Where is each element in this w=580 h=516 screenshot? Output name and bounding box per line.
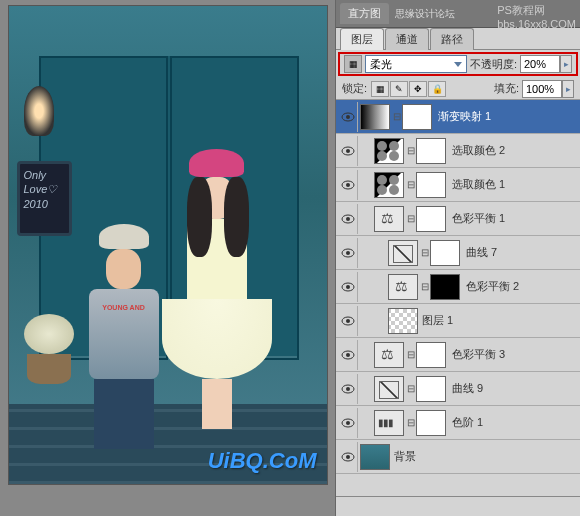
panel-footer	[336, 496, 580, 516]
svg-point-1	[346, 115, 350, 119]
layer-thumbnail[interactable]	[388, 308, 418, 334]
link-icon: ⊟	[406, 383, 416, 394]
visibility-eye-icon[interactable]	[338, 272, 358, 302]
blend-mode-select[interactable]: 柔光	[365, 55, 467, 73]
lock-all-icon[interactable]: 🔒	[428, 81, 446, 97]
chalkboard: Only Love♡ 2010	[17, 161, 72, 236]
svg-point-9	[346, 251, 350, 255]
visibility-eye-icon[interactable]	[338, 340, 358, 370]
layer-thumbnail[interactable]	[374, 410, 404, 436]
tab-channels[interactable]: 通道	[385, 28, 429, 50]
fill-slider-toggle[interactable]: ▸	[562, 80, 574, 98]
link-icon: ⊟	[392, 111, 402, 122]
fill-input[interactable]: 100%	[522, 80, 562, 98]
svg-point-21	[346, 455, 350, 459]
layer-row[interactable]: ⊟选取颜色 2	[336, 134, 580, 168]
thumbnail-toggle-icon[interactable]: ▦	[344, 55, 362, 73]
photo-preview: Only Love♡ 2010 UiBQ.CoM	[8, 5, 328, 485]
link-icon: ⊟	[420, 247, 430, 258]
layer-row[interactable]: 背景	[336, 440, 580, 474]
svg-point-13	[346, 319, 350, 323]
svg-point-7	[346, 217, 350, 221]
layer-mask-thumbnail[interactable]	[430, 240, 460, 266]
fill-value: 100%	[526, 83, 554, 95]
layer-thumbnail[interactable]	[388, 240, 418, 266]
layer-mask-thumbnail[interactable]	[416, 342, 446, 368]
fill-label: 填充:	[494, 81, 519, 96]
visibility-eye-icon[interactable]	[338, 374, 358, 404]
badge-url: PS教程网bbs.16xx8.COM	[497, 3, 576, 30]
link-icon: ⊟	[406, 417, 416, 428]
layer-thumbnail[interactable]	[374, 376, 404, 402]
blend-mode-row: ▦ 柔光 不透明度: 20% ▸	[338, 52, 578, 76]
opacity-label: 不透明度:	[470, 57, 517, 72]
layer-row[interactable]: 图层 1	[336, 304, 580, 338]
layer-name-label: 图层 1	[422, 313, 453, 328]
panel-header: 直方图 思缘设计论坛 PS教程网bbs.16xx8.COM	[336, 0, 580, 28]
layer-mask-thumbnail[interactable]	[416, 410, 446, 436]
woman-figure	[167, 149, 267, 429]
basket	[27, 354, 71, 384]
layer-row[interactable]: ⊟选取颜色 1	[336, 168, 580, 202]
link-icon: ⊟	[406, 213, 416, 224]
lock-row: 锁定: ▦ ✎ ✥ 🔒 填充: 100% ▸	[336, 78, 580, 100]
layer-mask-thumbnail[interactable]	[402, 104, 432, 130]
layer-row[interactable]: ⊟色彩平衡 3	[336, 338, 580, 372]
layer-row[interactable]: ⊟色阶 1	[336, 406, 580, 440]
layer-mask-thumbnail[interactable]	[430, 274, 460, 300]
visibility-eye-icon[interactable]	[338, 442, 358, 472]
wall-lamp	[24, 86, 54, 136]
layer-mask-thumbnail[interactable]	[416, 376, 446, 402]
layer-thumbnail[interactable]	[374, 138, 404, 164]
layer-name-label: 色阶 1	[452, 415, 483, 430]
panel-tabs: 图层 通道 路径	[336, 28, 580, 50]
layer-row[interactable]: ⊟色彩平衡 1	[336, 202, 580, 236]
visibility-eye-icon[interactable]	[338, 238, 358, 268]
layers-panel: 直方图 思缘设计论坛 PS教程网bbs.16xx8.COM 图层 通道 路径 ▦…	[335, 0, 580, 516]
canvas-area: Only Love♡ 2010 UiBQ.CoM	[0, 0, 335, 516]
opacity-input[interactable]: 20%	[520, 55, 560, 73]
layer-mask-thumbnail[interactable]	[416, 138, 446, 164]
lock-pixels-icon[interactable]: ✎	[390, 81, 408, 97]
tab-paths[interactable]: 路径	[430, 28, 474, 50]
layer-thumbnail[interactable]	[374, 342, 404, 368]
layers-list: ⊟渐变映射 1⊟选取颜色 2⊟选取颜色 1⊟色彩平衡 1⊟曲线 7⊟色彩平衡 2…	[336, 100, 580, 496]
visibility-eye-icon[interactable]	[338, 408, 358, 438]
visibility-eye-icon[interactable]	[338, 306, 358, 336]
lock-transparency-icon[interactable]: ▦	[371, 81, 389, 97]
svg-point-17	[346, 387, 350, 391]
header-subtitle: 思缘设计论坛	[395, 7, 455, 21]
visibility-eye-icon[interactable]	[338, 102, 358, 132]
layer-thumbnail[interactable]	[388, 274, 418, 300]
layer-name-label: 选取颜色 2	[452, 143, 505, 158]
lock-label: 锁定:	[342, 81, 367, 96]
chalk-line2: Love♡	[24, 182, 65, 196]
chalk-line1: Only	[24, 168, 65, 182]
layer-row[interactable]: ⊟曲线 9	[336, 372, 580, 406]
svg-point-3	[346, 149, 350, 153]
layer-mask-thumbnail[interactable]	[416, 206, 446, 232]
chalk-line3: 2010	[24, 197, 65, 211]
link-icon: ⊟	[406, 349, 416, 360]
layer-name-label: 色彩平衡 3	[452, 347, 505, 362]
tab-histogram[interactable]: 直方图	[340, 3, 389, 24]
svg-point-19	[346, 421, 350, 425]
link-icon: ⊟	[406, 179, 416, 190]
layer-row[interactable]: ⊟渐变映射 1	[336, 100, 580, 134]
visibility-eye-icon[interactable]	[338, 136, 358, 166]
tab-layers[interactable]: 图层	[340, 28, 384, 50]
layer-thumbnail[interactable]	[360, 104, 390, 130]
layer-row[interactable]: ⊟色彩平衡 2	[336, 270, 580, 304]
opacity-slider-toggle[interactable]: ▸	[560, 55, 572, 73]
lock-position-icon[interactable]: ✥	[409, 81, 427, 97]
layer-thumbnail[interactable]	[374, 172, 404, 198]
visibility-eye-icon[interactable]	[338, 204, 358, 234]
layer-name-label: 色彩平衡 2	[466, 279, 519, 294]
layer-mask-thumbnail[interactable]	[416, 172, 446, 198]
layer-thumbnail[interactable]	[374, 206, 404, 232]
visibility-eye-icon[interactable]	[338, 170, 358, 200]
flowers	[24, 314, 74, 354]
layer-row[interactable]: ⊟曲线 7	[336, 236, 580, 270]
man-figure	[79, 224, 169, 424]
layer-thumbnail[interactable]	[360, 444, 390, 470]
